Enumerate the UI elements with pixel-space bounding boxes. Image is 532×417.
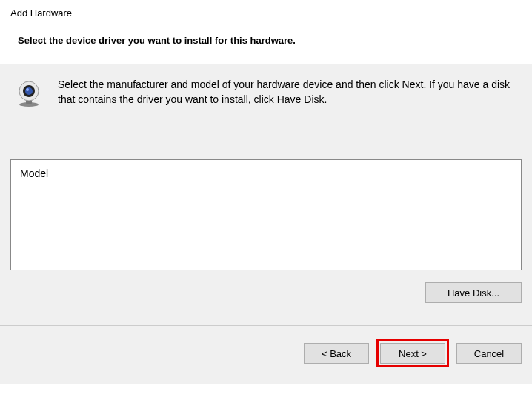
have-disk-button[interactable]: Have Disk...	[425, 282, 522, 303]
window-title: Add Hardware	[10, 7, 522, 19]
model-column-header: Model	[20, 167, 512, 179]
model-listbox[interactable]: Model	[10, 159, 522, 270]
wizard-body: Select the manufacturer and model of you…	[0, 64, 532, 325]
webcam-icon	[15, 79, 43, 107]
back-button[interactable]: < Back	[304, 343, 369, 364]
next-highlight-box: Next >	[376, 339, 449, 367]
svg-point-5	[26, 88, 29, 91]
cancel-button[interactable]: Cancel	[456, 343, 522, 364]
have-disk-row: Have Disk...	[10, 282, 522, 303]
instruction-row: Select the manufacturer and model of you…	[10, 78, 522, 107]
instruction-text: Select the manufacturer and model of you…	[58, 78, 522, 107]
wizard-header: Add Hardware Select the device driver yo…	[0, 0, 532, 64]
next-button[interactable]: Next >	[380, 343, 445, 364]
wizard-footer: < Back Next > Cancel	[0, 326, 532, 384]
page-subtitle: Select the device driver you want to ins…	[10, 35, 522, 46]
svg-point-4	[25, 87, 33, 95]
